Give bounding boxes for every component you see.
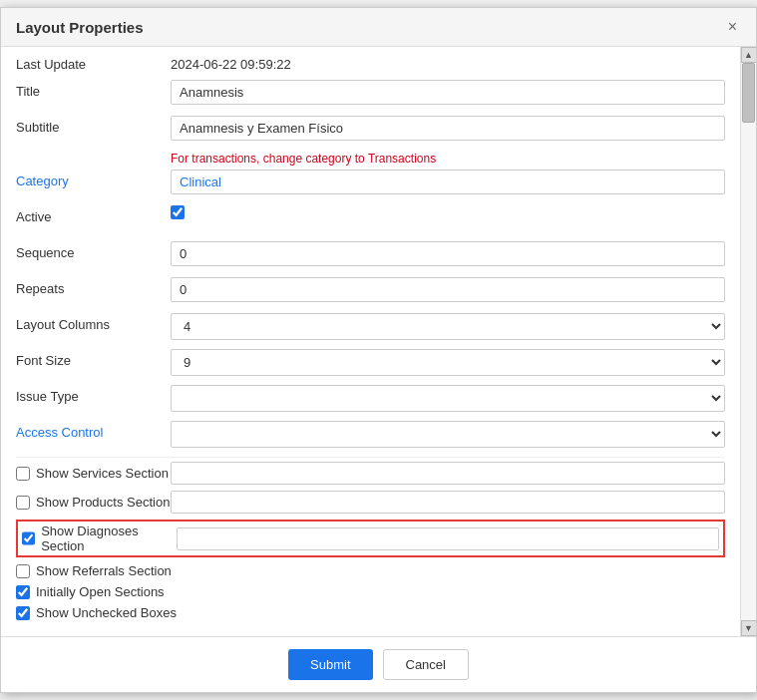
subtitle-control	[171, 116, 725, 141]
category-control	[171, 170, 725, 194]
show-diagnoses-row: Show Diagnoses Section	[16, 520, 725, 557]
layout-properties-dialog: Layout Properties × Last Update 2024-06-…	[0, 7, 757, 693]
active-label: Active	[16, 205, 171, 224]
divider-1	[16, 457, 725, 458]
access-control-control	[171, 421, 725, 448]
active-control	[171, 205, 725, 222]
show-services-checkbox-wrap: Show Services Section	[16, 466, 171, 481]
scrollbar-down-button[interactable]: ▼	[741, 620, 757, 636]
dialog-body: Last Update 2024-06-22 09:59:22 Title Su…	[1, 47, 756, 636]
scrollbar-up-button[interactable]: ▲	[741, 47, 757, 63]
font-size-label: Font Size	[16, 349, 171, 368]
show-diagnoses-checkbox-wrap: Show Diagnoses Section	[22, 524, 177, 553]
category-hint: For transactions, change category to Tra…	[171, 152, 725, 166]
show-services-field-area	[171, 462, 725, 485]
show-products-label: Show Products Section	[36, 495, 170, 510]
show-referrals-row: Show Referrals Section	[16, 563, 725, 578]
issue-type-row: Issue Type	[16, 385, 725, 413]
title-row: Title	[16, 80, 725, 108]
sequence-label: Sequence	[16, 241, 171, 260]
close-button[interactable]: ×	[724, 18, 741, 36]
category-input[interactable]	[171, 170, 725, 194]
font-size-row: Font Size 9 8 10 11 12	[16, 349, 725, 377]
sequence-control	[171, 241, 725, 266]
show-products-checkbox-wrap: Show Products Section	[16, 495, 171, 510]
scrollbar-thumb[interactable]	[742, 63, 755, 123]
show-services-checkbox[interactable]	[16, 467, 30, 481]
scrollbar-track	[741, 63, 756, 620]
show-unchecked-label: Show Unchecked Boxes	[36, 605, 177, 620]
form-area: Last Update 2024-06-22 09:59:22 Title Su…	[1, 47, 740, 636]
dialog-header: Layout Properties ×	[1, 8, 756, 47]
repeats-input[interactable]	[171, 277, 725, 302]
scrollbar: ▲ ▼	[740, 47, 756, 636]
title-input[interactable]	[171, 80, 725, 105]
show-services-label: Show Services Section	[36, 466, 169, 481]
access-control-select[interactable]	[171, 421, 725, 448]
active-checkbox[interactable]	[171, 205, 185, 219]
show-products-field-area	[171, 491, 725, 514]
sequence-input[interactable]	[171, 241, 725, 266]
last-update-label: Last Update	[16, 57, 171, 72]
subtitle-input[interactable]	[171, 116, 725, 141]
repeats-row: Repeats	[16, 277, 725, 305]
last-update-row: Last Update 2024-06-22 09:59:22	[16, 57, 725, 72]
show-referrals-label: Show Referrals Section	[36, 563, 172, 578]
category-label: Category	[16, 170, 171, 188]
layout-columns-select[interactable]: 4 1 2 3	[171, 313, 725, 340]
show-services-row: Show Services Section	[16, 462, 725, 485]
show-diagnoses-label: Show Diagnoses Section	[41, 524, 177, 553]
sequence-row: Sequence	[16, 241, 725, 269]
show-diagnoses-text-input[interactable]	[177, 527, 719, 550]
font-size-control: 9 8 10 11 12	[171, 349, 725, 376]
subtitle-row: Subtitle	[16, 116, 725, 144]
issue-type-label: Issue Type	[16, 385, 171, 404]
show-diagnoses-field-area	[177, 527, 719, 550]
show-unchecked-row: Show Unchecked Boxes	[16, 605, 725, 620]
repeats-label: Repeats	[16, 277, 171, 296]
access-control-row: Access Control	[16, 421, 725, 449]
cancel-button[interactable]: Cancel	[383, 649, 469, 680]
last-update-value: 2024-06-22 09:59:22	[171, 57, 291, 72]
show-diagnoses-checkbox[interactable]	[22, 531, 35, 545]
font-size-select[interactable]: 9 8 10 11 12	[171, 349, 725, 376]
show-services-text-input[interactable]	[171, 462, 725, 485]
subtitle-label: Subtitle	[16, 116, 171, 135]
layout-columns-row: Layout Columns 4 1 2 3	[16, 313, 725, 341]
title-control	[171, 80, 725, 105]
show-products-text-input[interactable]	[171, 491, 725, 514]
active-row: Active	[16, 205, 725, 233]
show-products-checkbox[interactable]	[16, 496, 30, 510]
dialog-title: Layout Properties	[16, 19, 144, 36]
initially-open-row: Initially Open Sections	[16, 584, 725, 599]
show-unchecked-checkbox[interactable]	[16, 606, 30, 620]
issue-type-select[interactable]	[171, 385, 725, 412]
show-products-row: Show Products Section	[16, 491, 725, 514]
show-referrals-checkbox[interactable]	[16, 564, 30, 578]
dialog-footer: Submit Cancel	[1, 636, 756, 692]
access-control-label: Access Control	[16, 421, 171, 440]
repeats-control	[171, 277, 725, 302]
title-label: Title	[16, 80, 171, 99]
submit-button[interactable]: Submit	[288, 649, 372, 680]
initially-open-label: Initially Open Sections	[36, 584, 165, 599]
layout-columns-control: 4 1 2 3	[171, 313, 725, 340]
initially-open-checkbox[interactable]	[16, 585, 30, 599]
issue-type-control	[171, 385, 725, 412]
category-row: Category	[16, 170, 725, 197]
layout-columns-label: Layout Columns	[16, 313, 171, 332]
